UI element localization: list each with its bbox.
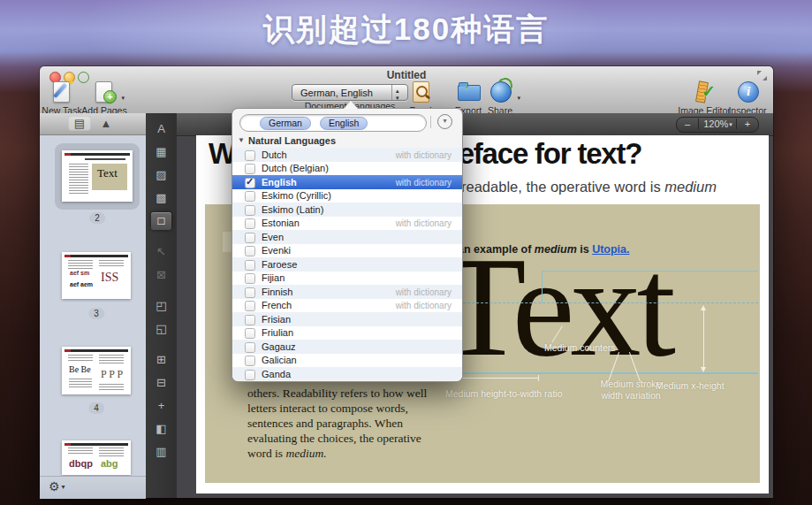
bring-forward-tool[interactable]: ◰ xyxy=(151,297,171,315)
annotation-ratio: Medium height-to-width ratio xyxy=(445,388,562,399)
section-header: ▼ Natural Languages xyxy=(232,135,462,148)
inspector-button[interactable]: i Inspector xyxy=(719,80,776,107)
region-toolstrip: A▦▨▩□↖⊠◰◱⊞⊟+◧▥ xyxy=(146,113,178,498)
x-height-arrow xyxy=(703,307,704,371)
thumb3-sample-c: ISS xyxy=(101,271,118,285)
page-number-2: 2 xyxy=(89,212,105,224)
language-checkbox[interactable] xyxy=(245,205,255,216)
zoom-out-button[interactable]: – xyxy=(677,119,699,129)
dictionary-badge: with dictionary xyxy=(396,150,452,160)
language-checkbox[interactable] xyxy=(245,273,255,284)
add-table-column-tool[interactable]: ⊟ xyxy=(151,374,171,392)
language-checkbox[interactable] xyxy=(245,150,255,161)
language-label: Gagauz xyxy=(262,341,296,352)
language-checkbox[interactable] xyxy=(245,246,255,256)
language-row-frisian[interactable]: Frisian xyxy=(232,312,462,326)
blank-region-tool[interactable]: □ xyxy=(151,212,171,230)
language-checkbox[interactable] xyxy=(245,370,255,380)
recents-icon[interactable]: ▾ xyxy=(437,114,452,129)
thumbnail-page-5[interactable]: dbqp abg xyxy=(62,440,131,475)
language-row-finnish[interactable]: Finnishwith dictionary xyxy=(232,285,462,299)
language-label: Finnish xyxy=(262,287,292,297)
language-row-french[interactable]: Frenchwith dictionary xyxy=(232,299,462,313)
thumb3-sample-b: aef aem xyxy=(70,281,93,287)
disclosure-triangle-icon[interactable]: ▼ xyxy=(238,136,245,144)
annotation-counters: Medium counters xyxy=(544,342,616,353)
annotation-xheight: Medium x-height xyxy=(656,380,725,391)
language-label: French xyxy=(262,300,292,310)
thumbnail-page-3[interactable]: aef sm aef aem ISS xyxy=(62,252,131,299)
sidebar-tab-bar: ▤ ▲ xyxy=(40,113,147,135)
warning-icon: ▲ xyxy=(101,117,112,130)
language-checkbox[interactable] xyxy=(245,301,255,311)
language-row-eskimo-latin[interactable]: Eskimo (Latin) xyxy=(232,203,462,217)
image-editor-icon: ✓ xyxy=(689,80,719,103)
token-german[interactable]: German xyxy=(260,117,311,130)
language-label: Faroese xyxy=(262,259,297,270)
cap-height-guide xyxy=(542,271,758,272)
language-label: Fijian xyxy=(262,272,285,283)
language-checkbox[interactable] xyxy=(245,287,255,298)
inspector-icon: i xyxy=(732,80,763,103)
thumb4-sample-a: Be Be xyxy=(69,364,91,374)
language-row-even[interactable]: Even xyxy=(232,230,462,244)
language-row-faroese[interactable]: Faroese xyxy=(232,257,462,272)
table-layout-tool[interactable]: ▥ xyxy=(151,443,171,461)
language-label: Galician xyxy=(262,355,297,365)
language-row-evenki[interactable]: Evenki xyxy=(232,244,462,258)
table-region-tool[interactable]: ▦ xyxy=(151,143,171,161)
thumbnail-page-2[interactable]: Text xyxy=(62,150,133,202)
pages-tab[interactable]: ▤ xyxy=(68,116,91,131)
token-english[interactable]: English xyxy=(320,117,368,130)
split-cells-tool[interactable]: + xyxy=(151,397,171,415)
document-languages-dropdown[interactable]: German, English xyxy=(292,84,408,101)
barcode-region-tool[interactable]: ▩ xyxy=(151,189,171,207)
add-pages-button[interactable]: +▾ Add Pages xyxy=(76,80,133,107)
dictionary-badge: with dictionary xyxy=(396,287,452,297)
language-row-eskimo-cyrillic[interactable]: Eskimo (Cyrillic) xyxy=(232,189,462,203)
language-checkbox[interactable] xyxy=(245,233,255,243)
language-row-ganda[interactable]: Ganda xyxy=(232,367,462,380)
language-row-fijian[interactable]: Fijian xyxy=(232,272,462,286)
language-checkbox[interactable] xyxy=(245,260,255,271)
language-label: Even xyxy=(262,232,284,242)
issues-tab[interactable]: ▲ xyxy=(95,116,118,131)
language-checkbox[interactable] xyxy=(245,315,255,325)
language-token-field[interactable]: German English xyxy=(239,114,427,132)
language-checkbox[interactable] xyxy=(245,218,255,229)
text-region-tool[interactable]: A xyxy=(151,120,171,138)
language-checkbox[interactable] xyxy=(245,178,255,188)
language-row-dutch[interactable]: Dutchwith dictionary xyxy=(232,148,462,162)
delete-region-tool[interactable]: ⊠ xyxy=(151,266,171,284)
dictionary-badge: with dictionary xyxy=(396,301,452,310)
zoom-level-button[interactable]: 120% xyxy=(699,119,736,129)
article-subtitle: readable, the operative word is medium xyxy=(461,179,717,195)
language-row-english[interactable]: Englishwith dictionary xyxy=(232,175,462,189)
thumb4-sample-b: P P P xyxy=(101,368,123,381)
language-row-friulian[interactable]: Friulian xyxy=(232,326,462,340)
gear-menu-icon[interactable]: ⚙ xyxy=(49,479,64,494)
language-row-galician[interactable]: Galician xyxy=(232,354,462,368)
language-row-gagauz[interactable]: Gagauz xyxy=(232,340,462,354)
language-label: Dutch (Belgian) xyxy=(262,163,329,173)
new-task-icon: ✦ xyxy=(47,80,77,103)
thumbnail-page-4[interactable]: Be Be P P P xyxy=(62,347,131,394)
language-checkbox[interactable] xyxy=(245,191,255,202)
language-row-estonian[interactable]: Estonianwith dictionary xyxy=(232,217,462,231)
image-region-tool[interactable]: ▨ xyxy=(151,166,171,184)
language-checkbox[interactable] xyxy=(245,356,255,366)
add-pages-icon: +▾ xyxy=(89,80,119,103)
zoom-in-button[interactable]: + xyxy=(736,119,758,129)
zoom-control: – 120% + xyxy=(676,117,759,133)
merge-cells-tool[interactable]: ◧ xyxy=(151,420,171,438)
share-button[interactable]: ▾ Share xyxy=(472,80,528,107)
language-row-dutch-belgian[interactable]: Dutch (Belgian) xyxy=(232,162,462,176)
page-number-3: 3 xyxy=(88,308,104,319)
select-region-tool[interactable]: ↖ xyxy=(151,243,171,261)
language-checkbox[interactable] xyxy=(245,164,255,174)
language-label: Estonian xyxy=(262,218,300,228)
add-table-row-tool[interactable]: ⊞ xyxy=(151,351,171,369)
language-checkbox[interactable] xyxy=(245,328,255,339)
send-backward-tool[interactable]: ◱ xyxy=(151,320,171,338)
language-checkbox[interactable] xyxy=(245,342,255,353)
